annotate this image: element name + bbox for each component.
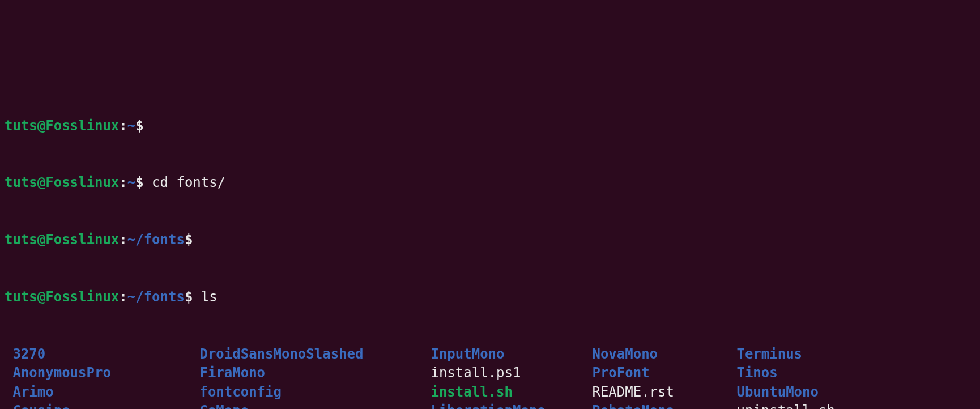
ls-output: 3270 AnonymousPro Arimo Cousine D2Coding…: [5, 345, 975, 409]
prompt-path: ~/fonts: [127, 232, 185, 248]
ls-entry: NovaMono: [592, 346, 658, 362]
ls-entry: 3270: [12, 346, 45, 362]
ls-entry: Arimo: [12, 384, 53, 400]
ls-entry: FiraMono: [199, 365, 265, 381]
ls-entry: InputMono: [431, 346, 504, 362]
command-text: ls: [201, 289, 218, 305]
prompt-line: tuts@Fosslinux:~/fonts$: [5, 231, 975, 250]
prompt-line: tuts@Fosslinux:~/fonts$ ls: [5, 288, 975, 307]
ls-entry: Cousine: [12, 403, 70, 409]
ls-column: NovaMono ProFont README.rst RobotoMono s…: [584, 345, 728, 409]
prompt-line: tuts@Fosslinux:~$ cd fonts/: [5, 173, 975, 193]
ls-entry: install.ps1: [431, 365, 521, 381]
ls-entry: install.sh: [431, 384, 513, 400]
prompt-user: tuts@Fosslinux: [5, 118, 119, 134]
ls-entry: Tinos: [736, 365, 777, 381]
prompt-path: ~: [127, 118, 135, 134]
prompt-path: ~: [127, 174, 135, 190]
ls-entry: UbuntuMono: [736, 384, 819, 400]
ls-column: InputMono install.ps1 install.sh Liberat…: [423, 345, 584, 409]
ls-entry: ProFont: [592, 365, 649, 381]
ls-entry: LiberationMono: [431, 403, 545, 409]
command-text: cd fonts/: [152, 174, 225, 190]
prompt-path: ~/fonts: [127, 289, 185, 305]
ls-entry: DroidSansMonoSlashed: [199, 346, 363, 362]
ls-entry: Terminus: [736, 346, 802, 362]
ls-entry: README.rst: [592, 384, 674, 400]
ls-entry: fontconfig: [199, 384, 282, 400]
ls-entry: GoMono: [199, 403, 249, 409]
prompt-user: tuts@Fosslinux: [5, 289, 119, 305]
prompt-user: tuts@Fosslinux: [5, 174, 119, 190]
ls-entry: RobotoMono: [592, 403, 674, 409]
prompt-user: tuts@Fosslinux: [5, 232, 119, 248]
ls-column: DroidSansMonoSlashed FiraMono fontconfig…: [191, 345, 423, 409]
terminal[interactable]: tuts@Fosslinux:~$ tuts@Fosslinux:~$ cd f…: [5, 78, 975, 409]
ls-column: 3270 AnonymousPro Arimo Cousine D2Coding…: [5, 345, 191, 409]
prompt-line: tuts@Fosslinux:~$: [5, 117, 975, 136]
ls-column: Terminus Tinos UbuntuMono uninstall.sh: [728, 345, 835, 409]
ls-entry: uninstall.sh: [736, 403, 834, 409]
ls-entry: AnonymousPro: [12, 365, 110, 381]
